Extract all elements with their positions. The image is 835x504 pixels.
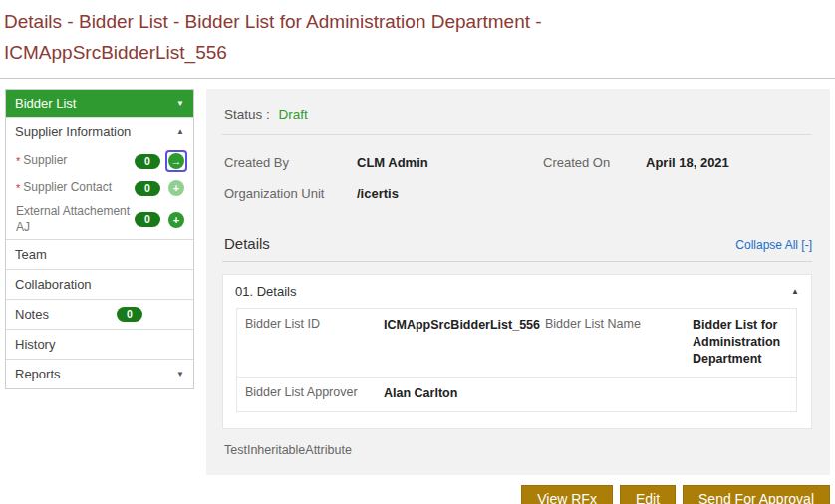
sidebar-item-notes[interactable]: Notes 0	[6, 299, 193, 329]
page-title: Details - Bidder List - Bidder List for …	[0, 0, 835, 70]
supplier-label: Supplier	[23, 153, 135, 169]
details-fields: Bidder List ID ICMAppSrcBidderList_556 B…	[236, 308, 797, 412]
bidder-list-id-label: Bidder List ID	[245, 317, 384, 368]
page-title-line1: Details - Bidder List - Bidder List for …	[4, 6, 829, 37]
created-on-label: Created On	[543, 155, 646, 170]
content-layout: Bidder List ▼ Supplier Information ▲ * S…	[0, 79, 835, 475]
arrow-right-icon[interactable]: →	[168, 153, 184, 169]
bidder-list-id-value: ICMAppSrcBidderList_556	[384, 317, 545, 368]
meta-grid: Created By CLM Admin Created On April 18…	[222, 135, 812, 231]
status-value: Draft	[279, 107, 308, 122]
details-title: Details	[224, 235, 270, 252]
test-inheritable-attribute-label: TestInheritableAttribute	[222, 429, 812, 457]
supplier-information-label: Supplier Information	[15, 125, 131, 139]
chevron-up-icon: ▲	[176, 127, 184, 136]
supplier-contact-label: Supplier Contact	[23, 180, 135, 196]
sidebar-item-supplier-contact[interactable]: * Supplier Contact 0 +	[6, 176, 193, 200]
supplier-contact-count-badge: 0	[135, 181, 160, 196]
bidder-list-name-value: Bidder List for Administration Departmen…	[693, 317, 786, 368]
details-card: 01. Details ▲ Bidder List ID ICMAppSrcBi…	[222, 274, 812, 429]
page-title-line2: ICMAppSrcBidderList_556	[4, 37, 829, 68]
chevron-up-icon: ▲	[791, 287, 799, 296]
sidebar: Bidder List ▼ Supplier Information ▲ * S…	[5, 89, 194, 389]
organization-unit-value: /icertis	[357, 186, 543, 201]
chevron-down-icon: ▼	[176, 370, 184, 378]
supplier-contact-icon-slot: +	[164, 180, 188, 196]
external-attachement-label: External Attachement AJ	[16, 204, 135, 235]
send-for-approval-button[interactable]: Send For Approval	[683, 485, 830, 504]
notes-count-badge: 0	[117, 307, 142, 322]
required-asterisk: *	[16, 182, 20, 194]
status-row: Status : Draft	[222, 105, 812, 135]
collapse-all-link[interactable]: Collapse All [-]	[735, 238, 812, 252]
add-icon[interactable]: +	[168, 212, 184, 228]
sidebar-item-supplier[interactable]: * Supplier 0 →	[6, 146, 193, 176]
details-section-header[interactable]: 01. Details ▲	[223, 275, 811, 306]
created-on-value: April 18, 2021	[646, 155, 812, 170]
sidebar-item-collaboration[interactable]: Collaboration	[6, 269, 193, 299]
chevron-down-icon: ▼	[176, 99, 184, 108]
created-by-value: CLM Admin	[357, 155, 543, 170]
bidder-list-approver-label: Bidder List Approver	[245, 385, 384, 402]
sidebar-item-history[interactable]: History	[6, 329, 193, 359]
supplier-icon-slot: →	[164, 150, 188, 172]
sidebar-item-supplier-information[interactable]: Supplier Information ▲	[6, 117, 193, 146]
action-bar: View RFx Edit Send For Approval	[0, 475, 835, 504]
notes-label: Notes	[15, 307, 49, 322]
sidebar-header-label: Bidder List	[15, 96, 76, 111]
supplier-count-badge: 0	[135, 154, 160, 169]
external-attachement-icon-slot: +	[164, 212, 188, 228]
reports-label: Reports	[15, 367, 61, 381]
collaboration-label: Collaboration	[15, 277, 92, 292]
required-asterisk: *	[16, 155, 20, 167]
add-icon[interactable]: +	[168, 180, 184, 196]
view-rfx-button[interactable]: View RFx	[521, 485, 613, 504]
history-label: History	[15, 337, 55, 352]
team-label: Team	[15, 247, 47, 262]
edit-button[interactable]: Edit	[620, 485, 676, 504]
sidebar-header-bidder-list[interactable]: Bidder List ▼	[6, 90, 193, 117]
sidebar-item-reports[interactable]: Reports ▼	[6, 359, 193, 388]
bidder-list-name-label: Bidder List Name	[545, 317, 693, 368]
details-section-title: 01. Details	[235, 284, 296, 299]
details-header: Details Collapse All [-]	[222, 231, 812, 262]
sidebar-item-external-attachement[interactable]: External Attachement AJ 0 +	[6, 200, 193, 239]
created-by-label: Created By	[224, 155, 357, 170]
status-label: Status :	[224, 107, 270, 122]
main-panel: Status : Draft Created By CLM Admin Crea…	[206, 89, 830, 475]
field-row: Bidder List Approver Alan Carlton	[237, 378, 796, 411]
external-attachement-count-badge: 0	[135, 212, 160, 227]
selected-icon-outline: →	[165, 150, 187, 172]
bidder-list-approver-value: Alan Carlton	[384, 385, 545, 402]
sidebar-item-team[interactable]: Team	[6, 239, 193, 269]
organization-unit-label: Organization Unit	[224, 186, 357, 201]
field-row: Bidder List ID ICMAppSrcBidderList_556 B…	[237, 309, 796, 378]
